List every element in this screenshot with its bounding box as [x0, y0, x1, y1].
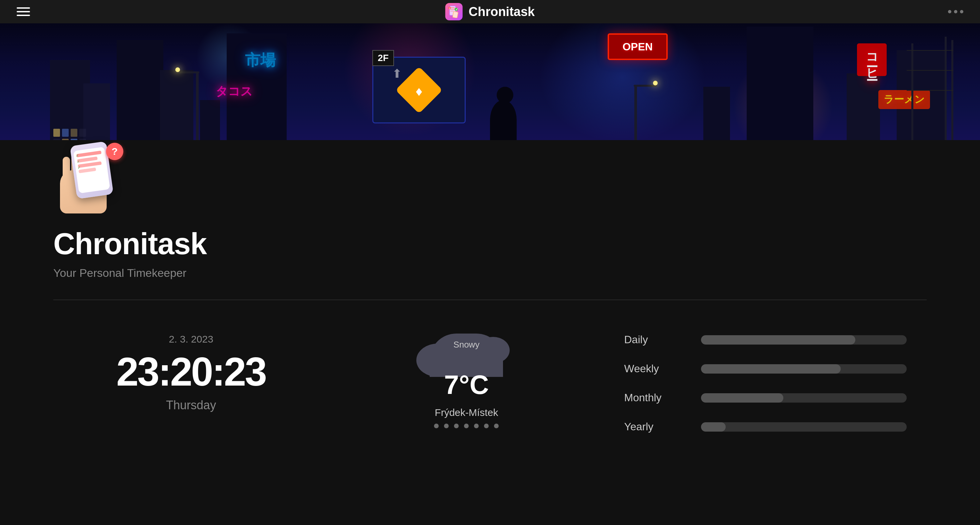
- stats-section: 2. 3. 2023 23:20:23 Thursday Snowy 7°C F…: [0, 300, 980, 473]
- app-name: Chronitask: [53, 227, 927, 261]
- snow-dot: [444, 424, 449, 428]
- snow-dot: [464, 424, 469, 428]
- topbar-left: [17, 7, 30, 16]
- weather-city: Frýdek-Místek: [435, 407, 498, 418]
- app-title: Chronitask: [469, 5, 535, 19]
- clock-date: 2. 3. 2023: [169, 334, 213, 345]
- app-subtitle: Your Personal Timekeeper: [53, 266, 927, 279]
- app-mascot: ✓ ✓ ✓ ?: [53, 140, 127, 214]
- menu-button[interactable]: [17, 7, 30, 16]
- more-options-button[interactable]: [948, 10, 963, 13]
- progress-widget: DailyWeeklyMonthlyYearly: [605, 320, 927, 446]
- svg-rect-1: [450, 7, 455, 8]
- topbar-right: [948, 10, 963, 13]
- weather-condition: Snowy: [453, 340, 479, 350]
- app-icon: ? ✓: [445, 3, 463, 20]
- progress-bar-fill: [701, 364, 841, 373]
- weather-cloud: Snowy 7°C: [423, 334, 510, 400]
- topbar-center: ? ✓ Chronitask: [445, 3, 535, 20]
- progress-row: Monthly: [624, 392, 907, 404]
- progress-label: Daily: [624, 334, 684, 346]
- svg-text:?: ?: [449, 7, 450, 10]
- svg-rect-2: [450, 9, 455, 10]
- progress-bar-background: [701, 364, 907, 373]
- snow-dot: [484, 424, 488, 428]
- snow-dot: [454, 424, 459, 428]
- clock-day: Thursday: [166, 398, 216, 412]
- svg-text:✓: ✓: [455, 8, 458, 11]
- progress-bar-fill: [701, 335, 855, 345]
- profile-section: ✓ ✓ ✓ ? Chronitask Your Personal Timekee…: [0, 140, 980, 279]
- progress-label: Monthly: [624, 392, 684, 404]
- progress-row: Weekly: [624, 362, 907, 375]
- progress-bar-fill: [701, 393, 783, 402]
- snow-dot: [474, 424, 479, 428]
- progress-bar-background: [701, 393, 907, 402]
- progress-label: Weekly: [624, 362, 684, 375]
- weather-widget: Snowy 7°C Frýdek-Místek: [329, 320, 604, 442]
- progress-label: Yearly: [624, 421, 684, 433]
- progress-bar-background: [701, 422, 907, 432]
- snow-dot: [434, 424, 439, 428]
- snow-animation: [434, 424, 499, 428]
- clock-time: 23:20:23: [116, 351, 266, 392]
- svg-rect-6: [453, 11, 458, 18]
- progress-bar-background: [701, 335, 907, 345]
- clock-widget: 2. 3. 2023 23:20:23 Thursday: [53, 320, 329, 426]
- svg-rect-3: [450, 11, 453, 12]
- weather-temperature: 7°C: [444, 370, 488, 400]
- topbar: ? ✓ Chronitask: [0, 0, 980, 23]
- snow-dot: [494, 424, 499, 428]
- progress-bar-fill: [701, 422, 725, 432]
- progress-row: Yearly: [624, 421, 907, 433]
- progress-row: Daily: [624, 334, 907, 346]
